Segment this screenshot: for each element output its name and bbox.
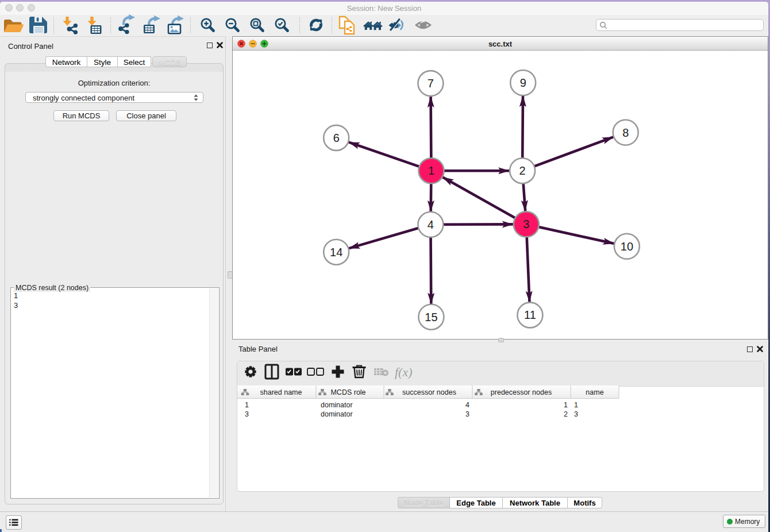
svg-text:6: 6	[333, 132, 340, 144]
svg-text:8: 8	[622, 126, 629, 139]
svg-text:3: 3	[465, 410, 469, 418]
svg-text:15: 15	[425, 311, 437, 323]
svg-text:successor nodes: successor nodes	[402, 388, 456, 396]
svg-text:1: 1	[574, 401, 578, 409]
svg-text:f(x): f(x)	[395, 365, 413, 379]
svg-text:14: 14	[330, 246, 342, 259]
svg-text:9: 9	[520, 76, 526, 89]
svg-text:shared name: shared name	[260, 388, 302, 396]
svg-text:MCDS role: MCDS role	[330, 388, 365, 396]
svg-text:10: 10	[621, 240, 633, 253]
svg-text:1: 1	[564, 401, 568, 409]
svg-text:4: 4	[428, 218, 434, 231]
svg-text:dominator: dominator	[321, 410, 353, 418]
svg-text:name: name	[586, 388, 603, 396]
svg-text:predecessor nodes: predecessor nodes	[491, 388, 552, 396]
svg-text:2: 2	[564, 410, 568, 418]
svg-text:7: 7	[428, 77, 434, 90]
svg-text:1: 1	[245, 401, 249, 409]
svg-text:dominator: dominator	[321, 401, 353, 409]
svg-text:4: 4	[465, 401, 469, 409]
svg-text:11: 11	[524, 309, 536, 321]
svg-text:3: 3	[523, 218, 529, 230]
svg-text:3: 3	[574, 410, 578, 418]
svg-text:1: 1	[428, 164, 434, 177]
svg-text:3: 3	[245, 410, 249, 418]
svg-text:2: 2	[519, 164, 526, 177]
